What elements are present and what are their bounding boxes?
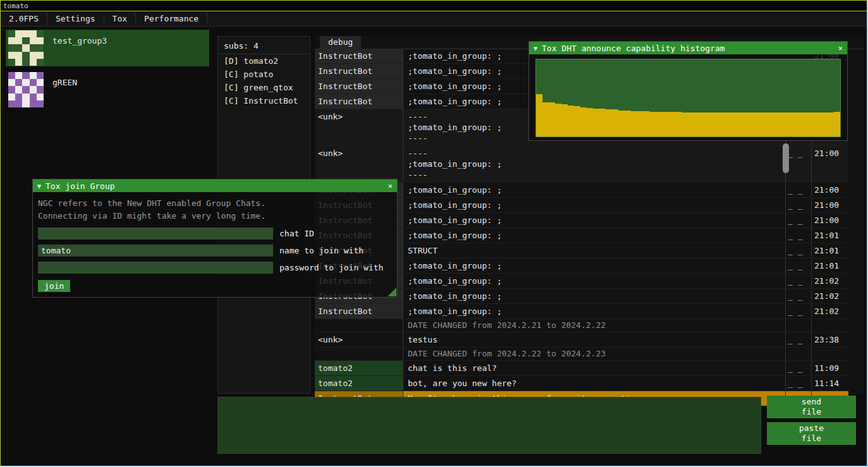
date-divider-text: DATE CHANGED from 2024.2.22 to 2024.2.23 bbox=[403, 348, 786, 360]
histogram-bar bbox=[536, 94, 542, 136]
collapse-arrow-icon[interactable]: ▼ bbox=[37, 183, 41, 190]
contact-list: test_group3 gREEN bbox=[6, 30, 209, 113]
timestamp: 21:00 bbox=[812, 198, 848, 212]
menu-tox[interactable]: Tox bbox=[104, 12, 136, 26]
scrollbar-thumb[interactable] bbox=[783, 143, 789, 173]
histogram-bar bbox=[568, 106, 574, 136]
histogram-bar bbox=[625, 111, 631, 136]
tab-debug[interactable]: debug bbox=[320, 36, 361, 49]
menu-settings[interactable]: Settings bbox=[47, 12, 104, 26]
sender-name: <unk> bbox=[315, 332, 403, 347]
histogram-bar bbox=[713, 112, 719, 136]
date-divider: DATE CHANGED from 2024.2.22 to 2024.2.23 bbox=[315, 348, 848, 361]
histogram-bar bbox=[821, 112, 828, 136]
message-input[interactable] bbox=[217, 397, 761, 454]
histogram-bar bbox=[777, 112, 783, 136]
member-item[interactable]: [C] InstructBot bbox=[218, 94, 310, 107]
date-divider: DATE CHANGED from 2024.2.21 to 2024.2.22 bbox=[315, 319, 848, 332]
menu-performance[interactable]: Performance bbox=[136, 12, 207, 26]
contact-name: test_group3 bbox=[52, 36, 107, 45]
fps-counter: 2.0FPS bbox=[1, 12, 47, 26]
sender-name: InstructBot bbox=[315, 94, 403, 109]
histogram-bar bbox=[561, 104, 568, 136]
join-button[interactable]: join bbox=[38, 280, 70, 292]
ngc-hint-line-1: NGC refers to the New DHT enabled Group … bbox=[38, 197, 392, 210]
chat-message-row[interactable]: tomato2 chat is this real? _ _ 11:09 bbox=[315, 361, 848, 376]
join-group-window-titlebar[interactable]: ▼ Tox join Group ✕ bbox=[33, 179, 397, 192]
member-item[interactable]: [D] tomato2 bbox=[218, 54, 310, 68]
message-text: ;tomato_in_group: ; bbox=[403, 198, 786, 212]
paste-file-button[interactable]: paste file bbox=[767, 422, 856, 445]
timestamp: 11:14 bbox=[812, 376, 848, 391]
message-text: ;tomato_in_group: ; bbox=[403, 274, 786, 288]
histogram-bar bbox=[612, 109, 618, 136]
histogram-bar bbox=[790, 112, 796, 136]
delivery-flags: _ _ bbox=[786, 213, 812, 227]
histogram-bar bbox=[688, 112, 694, 136]
collapse-arrow-icon[interactable]: ▼ bbox=[534, 45, 537, 52]
date-divider-text: DATE CHANGED from 2024.2.21 to 2024.2.22 bbox=[403, 319, 786, 332]
histogram-bar bbox=[599, 109, 606, 136]
timestamp: 23:38 bbox=[812, 332, 848, 347]
sender-name: InstructBot bbox=[315, 79, 403, 94]
subs-count: subs: 4 bbox=[218, 37, 310, 54]
histogram-bar bbox=[719, 112, 726, 136]
histogram-bar bbox=[682, 112, 688, 136]
join-fields: chat ID name to join with password to jo… bbox=[33, 227, 397, 274]
chat-message-row[interactable]: <unk> testus _ _ 23:38 bbox=[315, 332, 848, 348]
member-item[interactable]: [C] potato bbox=[218, 68, 310, 81]
histogram-window-titlebar[interactable]: ▼ Tox DHT announce capability histogram … bbox=[529, 42, 847, 54]
join-group-window-title: Tox join Group bbox=[46, 181, 115, 191]
sender-name: tomato2 bbox=[315, 361, 403, 375]
message-text: ;tomato_in_group: ; bbox=[403, 228, 786, 243]
histogram-window-title: Tox DHT announce capability histogram bbox=[542, 44, 725, 53]
join-name-input[interactable] bbox=[38, 245, 273, 257]
histogram-bar bbox=[745, 112, 752, 136]
timestamp: 21:01 bbox=[812, 243, 848, 258]
input-label: chat ID bbox=[279, 229, 314, 238]
histogram-bar bbox=[764, 112, 771, 136]
close-icon[interactable]: ✕ bbox=[838, 44, 843, 52]
chat-message-row[interactable]: <unk> ----;tomato_in_group: ;---- _ _ 21… bbox=[315, 146, 848, 183]
close-icon[interactable]: ✕ bbox=[388, 181, 393, 190]
message-text: testus bbox=[403, 332, 786, 347]
timestamp: 21:00 bbox=[812, 213, 848, 227]
message-text: ----;tomato_in_group: ;---- bbox=[403, 146, 786, 182]
resize-grip[interactable] bbox=[388, 288, 396, 296]
timestamp: 21:02 bbox=[812, 274, 848, 288]
sender-name: InstructBot bbox=[315, 49, 403, 63]
histogram-bar bbox=[739, 112, 745, 136]
member-item[interactable]: [C] green_qtox bbox=[218, 81, 310, 94]
contact-gREEN[interactable]: gREEN bbox=[6, 71, 209, 108]
join-field-row: chat ID bbox=[38, 227, 392, 240]
delivery-flags: _ _ bbox=[786, 376, 812, 391]
input-label: password to join with bbox=[279, 263, 383, 272]
histogram-bar bbox=[587, 108, 593, 136]
histogram-bar bbox=[802, 112, 809, 136]
timestamp: 21:01 bbox=[812, 228, 848, 243]
histogram-bar bbox=[593, 109, 599, 136]
histogram-bar bbox=[549, 102, 555, 136]
window-titlebar[interactable]: tomato bbox=[1, 1, 867, 11]
delivery-flags: _ _ bbox=[786, 243, 812, 258]
chat-id-input[interactable] bbox=[38, 227, 273, 240]
window-title: tomato bbox=[3, 2, 28, 10]
histogram-bar bbox=[669, 112, 675, 136]
chat-message-row[interactable]: tomato2 bot, are you new here? _ _ 11:14 bbox=[315, 376, 848, 391]
histogram-bar bbox=[771, 112, 777, 136]
contact-name: gREEN bbox=[52, 78, 77, 87]
histogram-bar bbox=[555, 104, 561, 136]
delivery-flags: _ _ bbox=[786, 146, 812, 182]
chat-message-row[interactable]: InstructBot ;tomato_in_group: ; _ _ 21:0… bbox=[315, 304, 848, 319]
histogram-bar bbox=[637, 111, 644, 136]
histogram-bar bbox=[574, 106, 580, 136]
join-password-input[interactable] bbox=[38, 262, 273, 274]
send-file-button[interactable]: send file bbox=[767, 396, 856, 418]
contact-test_group3[interactable]: test_group3 bbox=[6, 30, 209, 66]
histogram-bar bbox=[656, 112, 663, 136]
timestamp: 21:02 bbox=[812, 304, 848, 318]
delivery-flags: _ _ bbox=[786, 274, 812, 288]
histogram-bar bbox=[834, 112, 840, 136]
histogram-bar bbox=[663, 112, 669, 136]
delivery-flags: _ _ bbox=[786, 332, 812, 347]
